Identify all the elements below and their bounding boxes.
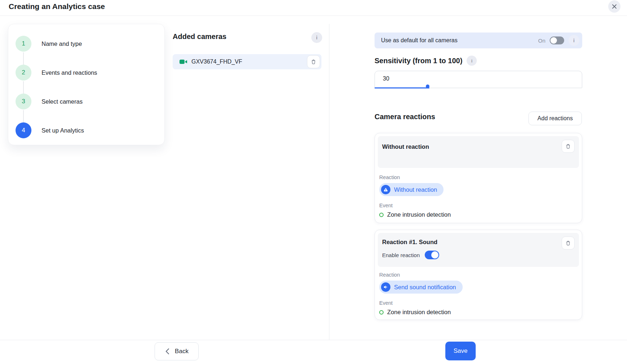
sensitivity-slider[interactable] bbox=[375, 87, 582, 88]
page-title: Creating an Analytics case bbox=[9, 2, 105, 11]
sensitivity-info-button[interactable]: i bbox=[467, 56, 477, 66]
use-as-default-info-button[interactable]: i bbox=[568, 35, 579, 46]
toggle-knob bbox=[431, 251, 438, 259]
stepper-step-select-cameras[interactable]: 3 Select cameras bbox=[16, 94, 83, 109]
reaction-chip-label: Send sound notification bbox=[394, 284, 456, 291]
camera-icon bbox=[179, 58, 188, 65]
reaction-card-title: Without reaction bbox=[382, 143, 576, 150]
event-status-icon bbox=[379, 213, 384, 217]
enable-reaction-label: Enable reaction bbox=[382, 252, 420, 258]
slider-fill bbox=[375, 87, 429, 88]
stepper-step-events-and-reactions[interactable]: 2 Events and reactions bbox=[16, 65, 97, 81]
dialog-header: Creating an Analytics case bbox=[0, 0, 627, 16]
wizard-stepper: 1 Name and type 2 Events and reactions 3… bbox=[8, 24, 165, 145]
event-row: Zone intrusion detection bbox=[379, 211, 582, 218]
event-field-label: Event bbox=[379, 300, 582, 306]
reaction-card-sound: Reaction #1. Sound Enable reaction React… bbox=[375, 230, 582, 320]
step-number-badge: 1 bbox=[16, 36, 31, 52]
step-label: Set up Analytics bbox=[42, 127, 84, 134]
close-button[interactable] bbox=[608, 0, 620, 13]
use-as-default-label: Use as default for all cameras bbox=[381, 37, 458, 44]
back-button-label: Back bbox=[175, 348, 189, 355]
trash-icon bbox=[565, 143, 571, 150]
trash-icon bbox=[310, 58, 317, 65]
step-label: Select cameras bbox=[42, 98, 83, 105]
delete-reaction-button[interactable] bbox=[562, 140, 575, 153]
step-connector bbox=[23, 52, 24, 65]
create-analytics-case-dialog: Creating an Analytics case 1 Name and ty… bbox=[0, 0, 627, 364]
chevron-left-icon bbox=[165, 348, 170, 355]
stepper-step-set-up-analytics[interactable]: 4 Set up Analytics bbox=[16, 122, 84, 138]
reaction-chip-without-reaction[interactable]: Without reaction bbox=[379, 183, 444, 196]
reaction-chip-label: Without reaction bbox=[394, 186, 437, 193]
reaction-card-without-reaction: Without reaction Reaction Without reacti… bbox=[375, 133, 582, 223]
step-number-badge-active: 4 bbox=[16, 122, 31, 138]
delete-reaction-button[interactable] bbox=[562, 237, 575, 250]
use-as-default-toggle[interactable] bbox=[550, 36, 564, 44]
remove-camera-button[interactable] bbox=[307, 55, 320, 68]
info-icon: i bbox=[471, 58, 472, 64]
step-label: Name and type bbox=[42, 40, 82, 47]
added-cameras-info-button[interactable]: i bbox=[311, 32, 322, 43]
reaction-card-header: Without reaction bbox=[378, 136, 579, 168]
event-name: Zone intrusion detection bbox=[387, 211, 451, 218]
camera-name: GXV3674_FHD_VF bbox=[191, 58, 242, 65]
camera-reactions-heading: Camera reactions bbox=[375, 113, 435, 121]
toggle-knob bbox=[550, 37, 557, 44]
reaction-card-header: Reaction #1. Sound Enable reaction bbox=[378, 233, 579, 267]
save-button[interactable]: Save bbox=[445, 342, 476, 360]
enable-reaction-row: Enable reaction bbox=[382, 251, 576, 259]
use-as-default-row: Use as default for all cameras On i bbox=[375, 32, 582, 48]
info-icon: i bbox=[573, 38, 574, 43]
info-icon: i bbox=[316, 35, 317, 40]
step-connector bbox=[23, 110, 24, 122]
event-row: Zone intrusion detection bbox=[379, 309, 582, 316]
dialog-footer: Back Save bbox=[0, 340, 627, 364]
sensitivity-heading-row: Sensitivity (from 1 to 100) i bbox=[375, 56, 477, 66]
sensitivity-label: Sensitivity (from 1 to 100) bbox=[375, 57, 462, 65]
toggle-state-label: On bbox=[538, 38, 545, 44]
stepper-step-name-and-type[interactable]: 1 Name and type bbox=[16, 36, 82, 52]
speaker-icon bbox=[381, 282, 390, 292]
warning-triangle-icon bbox=[381, 185, 390, 194]
back-button[interactable]: Back bbox=[155, 342, 199, 360]
step-connector bbox=[23, 81, 24, 94]
reaction-card-title: Reaction #1. Sound bbox=[382, 239, 576, 246]
trash-icon bbox=[565, 240, 571, 246]
step-number-badge: 3 bbox=[16, 94, 31, 109]
event-name: Zone intrusion detection bbox=[387, 309, 451, 316]
added-camera-list-item[interactable]: GXV3674_FHD_VF bbox=[173, 54, 321, 69]
enable-reaction-toggle[interactable] bbox=[425, 251, 439, 259]
event-status-icon bbox=[379, 310, 384, 315]
add-reactions-button[interactable]: Add reactions bbox=[528, 112, 582, 125]
reaction-field-label: Reaction bbox=[379, 174, 582, 180]
event-field-label: Event bbox=[379, 203, 582, 208]
step-label: Events and reactions bbox=[42, 69, 97, 76]
added-cameras-heading: Added cameras bbox=[173, 32, 226, 41]
reaction-chip-send-sound-notification[interactable]: Send sound notification bbox=[379, 281, 463, 294]
reaction-field-label: Reaction bbox=[379, 272, 582, 278]
close-icon bbox=[611, 4, 617, 9]
sensitivity-input[interactable] bbox=[375, 71, 582, 88]
panel-divider bbox=[329, 24, 329, 340]
step-number-badge: 2 bbox=[16, 65, 31, 81]
